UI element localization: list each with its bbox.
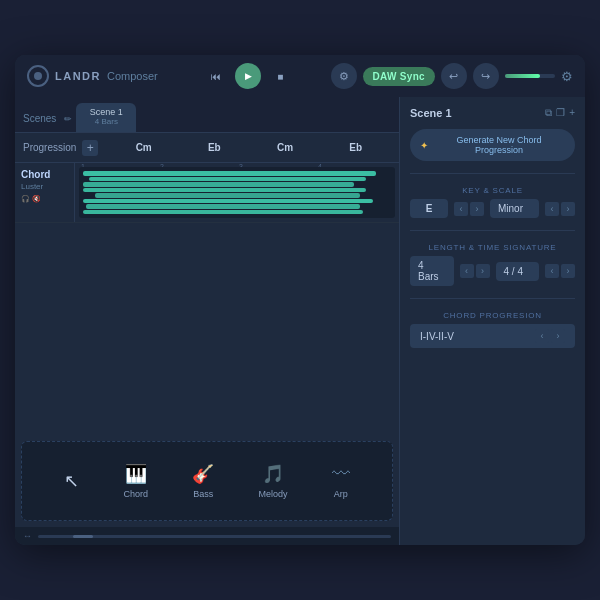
divider-2 <box>410 230 575 231</box>
midi-note <box>86 204 360 209</box>
scroll-bar-area: ↔ <box>15 527 399 545</box>
left-panel: Scenes ✏ Scene 1 4 Bars Progression + Cm… <box>15 97 400 545</box>
duplicate-icon[interactable]: ❐ <box>556 107 565 119</box>
skip-back-button[interactable]: ⏮ <box>205 65 227 87</box>
melody-label: Melody <box>259 489 288 499</box>
chord-prog-next[interactable]: › <box>551 329 565 343</box>
instrument-bar: ↖ 🎹 Chord 🎸 Bass 🎵 Melody 〰 Arp <box>21 441 393 521</box>
key-prev-button[interactable]: ‹ <box>454 202 468 216</box>
scroll-track[interactable] <box>38 535 391 538</box>
track-label: Chord Luster 🎧 🔇 <box>15 163 75 222</box>
main-content: Scenes ✏ Scene 1 4 Bars Progression + Cm… <box>15 97 585 545</box>
undo-button[interactable]: ↩ <box>441 63 467 89</box>
length-section-label: LENGTH & TIME SIGNATURE <box>410 243 575 252</box>
scene-bars: 4 Bars <box>95 117 118 126</box>
length-row: 4 Bars ‹ › 4 / 4 ‹ › <box>410 256 575 286</box>
scene-tab-1[interactable]: Scene 1 4 Bars <box>76 103 136 132</box>
timesig-nav: ‹ › <box>545 264 575 278</box>
logo-area: LANDR Composer <box>27 65 158 87</box>
scroll-thumb <box>73 535 93 538</box>
add-scene-icon[interactable]: + <box>569 107 575 119</box>
scale-selector[interactable]: Minor <box>490 199 539 218</box>
chord-prog-value: I-IV-II-V <box>420 331 454 342</box>
chord-progression-section: CHORD PROGRESION I-IV-II-V ‹ › <box>410 311 575 348</box>
copy-icon[interactable]: ⧉ <box>545 107 552 119</box>
generate-btn-label: Generate New Chord Progression <box>433 135 565 155</box>
chord-prog-prev[interactable]: ‹ <box>535 329 549 343</box>
timesig-next-button[interactable]: › <box>561 264 575 278</box>
logo-text: LANDR <box>55 70 101 82</box>
piano-roll[interactable] <box>79 167 395 218</box>
bass-label: Bass <box>193 489 213 499</box>
length-value: 4 Bars <box>418 260 446 282</box>
scale-next-button[interactable]: › <box>561 202 575 216</box>
track-area: Chord Luster 🎧 🔇 1 2 3 4 <box>15 163 399 435</box>
transport-controls: ⏮ ▶ ■ <box>205 63 291 89</box>
add-progression-button[interactable]: + <box>82 140 98 156</box>
key-next-button[interactable]: › <box>470 202 484 216</box>
headphones-icon[interactable]: 🎧 <box>21 195 30 203</box>
key-selector[interactable]: E <box>410 199 448 218</box>
chord-prog-nav: ‹ › <box>535 329 565 343</box>
key-scale-row: E ‹ › Minor ‹ › <box>410 199 575 218</box>
midi-note <box>83 199 373 204</box>
midi-note <box>83 188 366 193</box>
bass-icon: 🎸 <box>192 463 214 485</box>
chord-marker-1: Cm <box>108 142 179 153</box>
product-name: Composer <box>107 70 158 82</box>
track-icons: 🎧 🔇 <box>21 195 68 203</box>
table-row: Chord Luster 🎧 🔇 1 2 3 4 <box>15 163 399 223</box>
volume-fill <box>505 74 540 78</box>
right-header-icons: ⧉ ❐ + <box>545 107 575 119</box>
track-sub: Luster <box>21 182 68 191</box>
midi-note <box>83 171 376 176</box>
divider-3 <box>410 298 575 299</box>
cursor-tool[interactable]: ↖ <box>64 470 79 492</box>
chord-icon: 🎹 <box>125 463 147 485</box>
logo-icon <box>27 65 49 87</box>
daw-sync-button[interactable]: DAW Sync <box>363 67 435 86</box>
chord-marker-2: Eb <box>179 142 250 153</box>
scene-edit-icon[interactable]: ✏ <box>64 114 72 132</box>
chord-prog-label: CHORD PROGRESION <box>410 311 575 320</box>
chord-marker-3: Cm <box>250 142 321 153</box>
scroll-left-arrow[interactable]: ↔ <box>23 531 32 541</box>
key-scale-section: KEY & SCALE E ‹ › Minor ‹ › <box>410 186 575 218</box>
length-section: LENGTH & TIME SIGNATURE 4 Bars ‹ › 4 / 4… <box>410 243 575 286</box>
right-panel-header: Scene 1 ⧉ ❐ + <box>410 107 575 119</box>
time-sig-selector[interactable]: 4 / 4 <box>496 262 540 281</box>
melody-icon: 🎵 <box>262 463 284 485</box>
track-content[interactable]: 1 2 3 4 <box>75 163 399 222</box>
scenes-label: Scenes <box>23 113 56 132</box>
scale-prev-button[interactable]: ‹ <box>545 202 559 216</box>
length-selector[interactable]: 4 Bars <box>410 256 454 286</box>
chord-progression-selector[interactable]: I-IV-II-V ‹ › <box>410 324 575 348</box>
scale-nav: ‹ › <box>545 202 575 216</box>
melody-instrument[interactable]: 🎵 Melody <box>259 463 288 499</box>
generate-chord-button[interactable]: ✦ Generate New Chord Progression <box>410 129 575 161</box>
stop-button[interactable]: ■ <box>269 65 291 87</box>
midi-note <box>83 182 354 187</box>
mute-icon[interactable]: 🔇 <box>32 195 41 203</box>
star-icon: ✦ <box>420 140 428 151</box>
settings-icon-btn[interactable]: ⚙ <box>331 63 357 89</box>
midi-note <box>83 210 363 215</box>
key-nav: ‹ › <box>454 202 484 216</box>
arp-instrument[interactable]: 〰 Arp <box>332 464 350 499</box>
length-next-button[interactable]: › <box>476 264 490 278</box>
redo-button[interactable]: ↪ <box>473 63 499 89</box>
gear-icon[interactable]: ⚙ <box>561 69 573 84</box>
progression-label: Progression <box>23 142 76 153</box>
volume-slider[interactable] <box>505 74 555 78</box>
timesig-prev-button[interactable]: ‹ <box>545 264 559 278</box>
key-scale-label: KEY & SCALE <box>410 186 575 195</box>
chord-label: Chord <box>123 489 148 499</box>
scale-value: Minor <box>498 203 523 214</box>
progression-row: Progression + Cm Eb Cm Eb <box>15 133 399 163</box>
midi-note <box>95 193 360 198</box>
top-right-controls: ⚙ DAW Sync ↩ ↪ ⚙ <box>331 63 573 89</box>
length-prev-button[interactable]: ‹ <box>460 264 474 278</box>
chord-instrument[interactable]: 🎹 Chord <box>123 463 148 499</box>
play-button[interactable]: ▶ <box>235 63 261 89</box>
bass-instrument[interactable]: 🎸 Bass <box>192 463 214 499</box>
